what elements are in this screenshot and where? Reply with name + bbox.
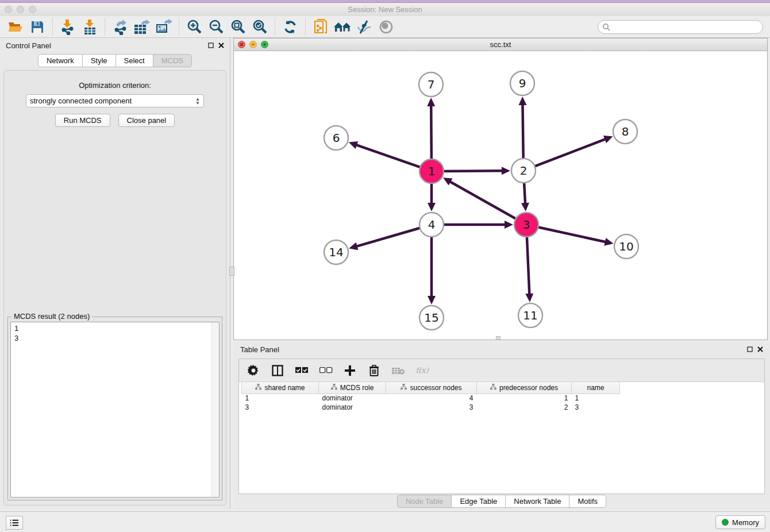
export-image-icon[interactable]	[154, 18, 174, 36]
delete-table-icon	[391, 363, 406, 378]
edge-3-10[interactable]	[537, 227, 607, 242]
network-canvas[interactable]: 7968124314101511	[234, 51, 767, 340]
home-layout-icon[interactable]	[333, 18, 352, 36]
network-view-window: scc.txt 7968124314101511	[233, 38, 768, 340]
node-label-8: 8	[622, 125, 629, 138]
close-panel-icon[interactable]	[218, 43, 224, 48]
table-cell[interactable]: 4	[386, 394, 477, 403]
table-cell[interactable]: 3	[386, 403, 477, 412]
canvas-resize-grip[interactable]	[496, 336, 500, 340]
float-panel-icon[interactable]	[208, 43, 214, 48]
node-table: shared nameMCDS rolesuccessor nodesprede…	[241, 382, 620, 412]
memory-button[interactable]: Memory	[715, 515, 765, 529]
table-panel-title: Table Panel	[240, 345, 279, 354]
node-label-6: 6	[333, 131, 340, 145]
edge-1-2[interactable]	[442, 171, 504, 171]
import-network-icon[interactable]	[58, 18, 78, 36]
float-table-panel-icon[interactable]	[747, 346, 753, 352]
column-label: MCDS role	[340, 384, 374, 392]
column-header-shared-name[interactable]: shared name	[242, 382, 319, 394]
toolbar-separator	[179, 18, 179, 36]
tab-select[interactable]: Select	[116, 54, 153, 67]
edge-2-9[interactable]	[522, 103, 523, 160]
table-cell[interactable]: 2	[477, 403, 572, 412]
control-panel-tabstrip: NetworkStyleSelectMCDS	[0, 54, 230, 67]
edge-1-7[interactable]	[431, 104, 432, 160]
search-input[interactable]	[598, 20, 763, 34]
table-cell[interactable]: 1	[477, 394, 572, 403]
tab-style[interactable]: Style	[83, 54, 116, 67]
table-cell[interactable]: dominator	[319, 403, 386, 412]
table-cell[interactable]: 3	[572, 403, 620, 412]
column-header-successor-nodes[interactable]: successor nodes	[386, 382, 477, 394]
import-table-icon[interactable]	[80, 18, 99, 36]
mcds-panel: Optimization criterion: strongly connect…	[3, 70, 226, 506]
table-row[interactable]: 1dominator411	[242, 394, 620, 403]
node-label-2: 2	[520, 164, 528, 178]
table-cell[interactable]: 1	[572, 394, 620, 403]
shared-column-icon	[401, 384, 407, 392]
column-header-predecessor-nodes[interactable]: predecessor nodes	[477, 382, 572, 394]
table-panel-header: Table Panel	[233, 342, 770, 356]
search-box	[598, 20, 763, 34]
node-label-9: 9	[519, 76, 526, 90]
edge-4-14[interactable]	[355, 228, 421, 246]
window-title: Session: New Session	[0, 5, 770, 14]
edge-1-6[interactable]	[355, 144, 421, 168]
column-header-MCDS-role[interactable]: MCDS role	[319, 382, 386, 394]
criterion-select[interactable]: strongly connected component ▲▼	[26, 94, 204, 107]
close-panel-button[interactable]: Close panel	[118, 114, 175, 127]
table-cell[interactable]: 1	[242, 394, 319, 403]
show-all-icon[interactable]	[376, 18, 396, 36]
add-column-icon[interactable]	[342, 363, 357, 378]
node-label-10: 10	[619, 240, 633, 253]
zoom-selected-icon[interactable]	[250, 18, 270, 36]
edge-2-3[interactable]	[524, 182, 525, 205]
node-label-11: 11	[523, 309, 537, 322]
clone-network-icon[interactable]	[311, 18, 330, 36]
zoom-out-icon[interactable]	[206, 18, 226, 36]
zoom-in-icon[interactable]	[184, 18, 204, 36]
delete-column-icon[interactable]	[367, 363, 382, 378]
hide-selected-icon[interactable]	[355, 18, 374, 36]
network-window-title: scc.txt	[234, 40, 767, 49]
tab-motifs[interactable]: Motifs	[569, 495, 606, 508]
column-header-name[interactable]: name	[572, 382, 620, 394]
mcds-result-scrollbar[interactable]	[211, 322, 219, 497]
edge-3-1[interactable]	[449, 181, 517, 219]
panel-divider-grip[interactable]	[229, 267, 234, 276]
unselect-all-columns-icon[interactable]	[318, 363, 333, 378]
tab-network[interactable]: Network	[38, 54, 83, 67]
tab-node-table[interactable]: Node Table	[397, 495, 452, 508]
table-cell[interactable]: dominator	[319, 394, 386, 403]
open-session-icon[interactable]	[6, 18, 25, 36]
control-panel-title: Control Panel	[6, 41, 51, 50]
tab-mcds[interactable]: MCDS	[153, 54, 192, 67]
table-row[interactable]: 3dominator323	[242, 403, 620, 412]
svg-text:f(x): f(x)	[415, 366, 429, 375]
node-label-15: 15	[424, 311, 438, 325]
refresh-icon[interactable]	[280, 18, 300, 36]
export-table-icon[interactable]	[132, 18, 152, 36]
table-cell[interactable]: 3	[242, 403, 319, 412]
split-columns-icon[interactable]	[270, 363, 285, 378]
select-all-columns-icon[interactable]	[294, 363, 309, 378]
task-history-button[interactable]	[6, 516, 23, 530]
edge-arrowhead	[428, 203, 436, 211]
edge-2-8[interactable]	[534, 138, 607, 167]
mcds-result-list[interactable]: 13	[10, 322, 220, 498]
tab-network-table[interactable]: Network Table	[506, 495, 569, 508]
edge-arrowhead	[349, 242, 358, 250]
save-session-icon[interactable]	[28, 18, 47, 36]
status-bar: Memory	[0, 511, 770, 532]
edge-arrowhead	[521, 203, 529, 211]
edge-3-11[interactable]	[527, 236, 530, 296]
close-table-panel-icon[interactable]	[757, 346, 763, 352]
gear-icon[interactable]	[246, 363, 261, 378]
zoom-fit-icon[interactable]	[228, 18, 248, 36]
export-network-icon[interactable]	[110, 18, 130, 36]
node-label-3: 3	[523, 218, 530, 232]
tab-edge-table[interactable]: Edge Table	[452, 495, 506, 508]
network-window-titlebar: scc.txt	[234, 38, 767, 51]
run-mcds-button[interactable]: Run MCDS	[55, 114, 110, 127]
